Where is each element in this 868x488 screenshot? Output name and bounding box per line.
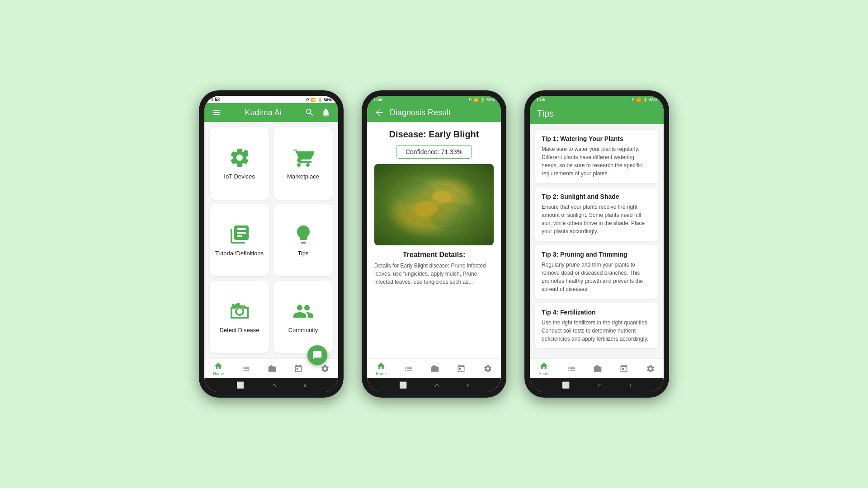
tip-card-2: Tip 2: Sunlight and Shade Ensure that yo… (535, 188, 658, 241)
disease-image (374, 164, 494, 245)
nav-calendar-3[interactable] (619, 364, 628, 373)
nav-calendar-2[interactable] (457, 364, 466, 373)
time-1: 1:53 (211, 97, 220, 102)
sys-square-3[interactable]: ⬜ (562, 381, 570, 389)
diagnosis-content: Disease: Early Blight Confidence: 71.33%… (367, 122, 501, 358)
status-bar-1: 1:53 P 📶 🔋 56% (204, 96, 338, 103)
nav-camera-2[interactable] (430, 364, 439, 373)
settings-icon-1 (321, 364, 330, 373)
home-icon-1 (214, 361, 223, 371)
diagnosis-title: Diagnosis Result (390, 108, 451, 117)
back-icon[interactable] (374, 108, 384, 117)
header-icons (305, 108, 331, 117)
menu-item-iot[interactable]: IoT Devices (210, 127, 269, 200)
menu-item-marketplace[interactable]: Marketplace (274, 127, 333, 200)
treatment-section: Treatment Details: Details for Early Bli… (374, 251, 494, 286)
shutter-icon-3 (593, 364, 602, 373)
nav-home-2[interactable]: Home (376, 361, 387, 376)
detect-label: Detect Disease (219, 327, 259, 333)
iot-label: IoT Devices (224, 173, 255, 180)
nav-home-label-3: Home (538, 371, 549, 376)
sys-back-3[interactable]: ‹ (629, 381, 632, 389)
sys-home-2[interactable]: ⌂ (435, 381, 439, 389)
settings-icon-3 (646, 364, 655, 373)
list-icon-2 (404, 364, 413, 373)
bottom-nav-3: Home (530, 358, 664, 378)
sys-back-2[interactable]: ‹ (467, 381, 469, 389)
time-3: 1:55 (536, 97, 545, 102)
tips-content: Tip 1: Watering Your Plants Make sure to… (530, 124, 664, 358)
book-icon (229, 224, 250, 245)
tips-header: Tips (530, 103, 664, 124)
phone-3: 1:55 P 📶 🔋 56% Tips Tip 1: Watering Your… (524, 90, 669, 398)
nav-home-3[interactable]: Home (538, 361, 549, 376)
svg-point-0 (244, 150, 248, 155)
list-icon-3 (567, 364, 576, 373)
chat-icon (312, 350, 322, 360)
menu-item-community[interactable]: Community (274, 281, 333, 353)
system-nav-3: ⬜ ⌂ ‹ (530, 378, 664, 392)
nav-list-1[interactable] (241, 364, 250, 373)
menu-item-detect[interactable]: Detect Disease (210, 281, 269, 353)
leaf-overlay (374, 164, 494, 245)
nav-list-3[interactable] (567, 364, 576, 373)
calendar-icon-2 (457, 364, 466, 373)
tip-body-2: Ensure that your plants receive the righ… (542, 203, 652, 235)
bell-icon[interactable] (321, 108, 331, 117)
confidence-badge: Confidence: 71.33% (396, 145, 472, 159)
menu-grid: IoT Devices Marketplace Tutorial/Definit… (210, 127, 333, 353)
tips-label: Tips (297, 250, 308, 257)
chat-fab[interactable] (307, 345, 327, 365)
nav-home-label-2: Home (376, 371, 387, 376)
treatment-title: Treatment Details: (374, 251, 494, 259)
menu-icon[interactable] (212, 108, 222, 117)
bottom-nav-2: Home (367, 358, 501, 378)
system-nav-1: ⬜ ⌂ ‹ (204, 378, 338, 392)
tip-title-1: Tip 1: Watering Your Plants (542, 135, 652, 142)
diagnosis-header: Diagnosis Result (367, 103, 501, 122)
list-icon-1 (241, 364, 250, 373)
sys-square-1[interactable]: ⬜ (236, 381, 244, 389)
search-icon[interactable] (305, 108, 315, 117)
app-title: Kudima Ai (245, 108, 281, 117)
treatment-body: Details for Early Blight disease: Prune … (374, 262, 494, 286)
home-screen-content: IoT Devices Marketplace Tutorial/Definit… (204, 122, 338, 358)
svg-point-4 (414, 201, 438, 216)
menu-item-tutorial[interactable]: Tutorial/Definitions (210, 204, 269, 277)
shutter-icon-2 (430, 364, 439, 373)
calendar-icon-1 (294, 364, 303, 373)
menu-item-tips[interactable]: Tips (274, 204, 333, 277)
marketplace-label: Marketplace (287, 173, 319, 180)
sys-back-1[interactable]: ‹ (304, 381, 306, 389)
sys-home-1[interactable]: ⌂ (272, 381, 276, 389)
community-label: Community (288, 327, 318, 333)
calendar-icon-3 (619, 364, 628, 373)
system-nav-2: ⬜ ⌂ ‹ (367, 378, 501, 392)
status-bar-3: 1:55 P 📶 🔋 56% (530, 96, 664, 103)
tip-card-3: Tip 3: Pruning and Trimming Regularly pr… (535, 245, 658, 299)
tip-body-4: Use the right fertilizers in the right q… (542, 319, 652, 343)
tip-title-4: Tip 4: Fertilization (542, 309, 652, 316)
nav-settings-1[interactable] (321, 364, 330, 373)
tutorial-label: Tutorial/Definitions (215, 250, 264, 257)
iot-icon (229, 147, 250, 169)
tip-body-3: Regularly prune and trim your plants to … (542, 261, 652, 293)
nav-home-1[interactable]: Home (213, 361, 224, 376)
cart-icon (292, 147, 314, 169)
nav-camera-3[interactable] (593, 364, 602, 373)
sys-home-3[interactable]: ⌂ (598, 381, 601, 389)
tip-title-3: Tip 3: Pruning and Trimming (542, 251, 652, 258)
status-bar-2: 1:56 P 📶 🔋 55% (367, 96, 501, 103)
nav-settings-2[interactable] (483, 364, 492, 373)
nav-calendar-1[interactable] (294, 364, 303, 373)
nav-settings-3[interactable] (646, 364, 655, 373)
settings-icon-2 (483, 364, 492, 373)
status-icons-1: P 📶 🔋 56% (306, 98, 332, 102)
svg-point-5 (432, 191, 452, 202)
nav-list-2[interactable] (404, 364, 413, 373)
nav-camera-1[interactable] (268, 364, 277, 373)
shutter-icon-1 (268, 364, 277, 373)
phone-1: 1:53 P 📶 🔋 56% Kudima Ai (199, 90, 344, 398)
camera-icon (229, 300, 250, 322)
sys-square-2[interactable]: ⬜ (399, 381, 407, 389)
